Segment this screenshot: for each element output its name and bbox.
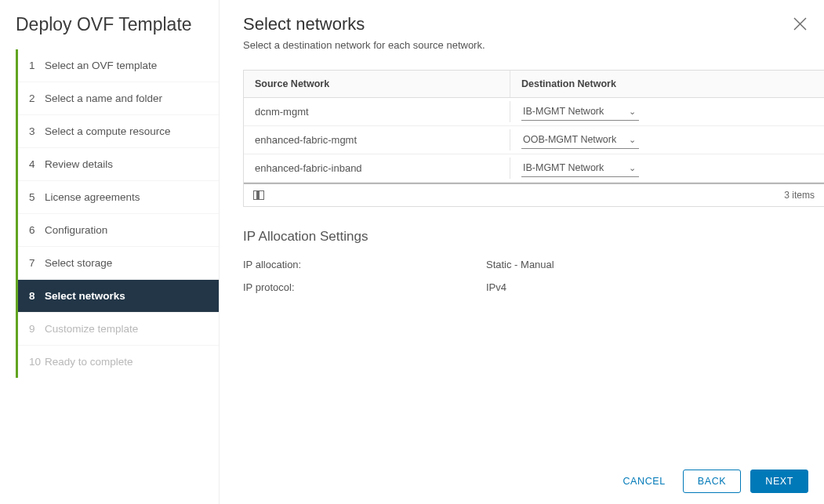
- chevron-down-icon: ⌄: [629, 107, 636, 117]
- header-destination: Destination Network: [510, 71, 824, 97]
- ip-allocation-row: IP allocation: Static - Manual: [243, 259, 824, 270]
- step-num: 2: [29, 92, 45, 104]
- next-button[interactable]: NEXT: [750, 470, 808, 493]
- item-count: 3 items: [784, 190, 815, 201]
- step-2[interactable]: 2 Select a name and folder: [18, 82, 219, 115]
- step-6[interactable]: 6 Configuration: [18, 214, 219, 247]
- step-5[interactable]: 5 License agreements: [18, 181, 219, 214]
- step-3[interactable]: 3 Select a compute resource: [18, 115, 219, 148]
- chevron-down-icon: ⌄: [629, 163, 636, 173]
- ip-section-title: IP Allocation Settings: [243, 229, 824, 245]
- step-num: 6: [29, 224, 45, 236]
- wizard-footer: CANCEL BACK NEXT: [615, 470, 808, 493]
- destination-cell: IB-MGMT Network ⌄: [510, 154, 824, 182]
- step-label: Customize template: [45, 323, 138, 335]
- header-source: Source Network: [244, 71, 510, 97]
- step-num: 1: [29, 60, 45, 71]
- network-table: Source Network Destination Network dcnm-…: [243, 70, 824, 207]
- step-num: 3: [29, 125, 45, 137]
- step-num: 9: [29, 323, 45, 335]
- step-num: 7: [29, 257, 45, 269]
- page-subtitle: Select a destination network for each so…: [243, 39, 824, 51]
- step-8[interactable]: 8 Select networks: [18, 280, 219, 313]
- step-label: Select networks: [45, 290, 125, 302]
- destination-select[interactable]: IB-MGMT Network ⌄: [521, 159, 639, 177]
- chevron-down-icon: ⌄: [629, 135, 636, 145]
- table-header: Source Network Destination Network: [244, 71, 824, 98]
- page-title: Select networks: [243, 14, 824, 34]
- wizard-main: Select networks Select a destination net…: [220, 0, 824, 504]
- step-label: Review details: [45, 158, 113, 170]
- step-4[interactable]: 4 Review details: [18, 148, 219, 181]
- step-label: Select storage: [45, 257, 112, 269]
- step-7[interactable]: 7 Select storage: [18, 247, 219, 280]
- step-1[interactable]: 1 Select an OVF template: [18, 49, 219, 82]
- step-num: 8: [29, 290, 45, 302]
- step-num: 10: [29, 356, 45, 368]
- destination-cell: OOB-MGMT Network ⌄: [510, 126, 824, 154]
- destination-value: OOB-MGMT Network: [523, 134, 616, 145]
- source-network: dcnm-mgmt: [244, 101, 510, 122]
- step-label: Configuration: [45, 224, 107, 236]
- ip-protocol-label: IP protocol:: [243, 281, 486, 293]
- ip-protocol-row: IP protocol: IPv4: [243, 281, 824, 293]
- destination-cell: IB-MGMT Network ⌄: [510, 98, 824, 125]
- wizard-sidebar: Deploy OVF Template 1 Select an OVF temp…: [0, 0, 220, 504]
- step-label: Select a name and folder: [45, 92, 162, 104]
- destination-select[interactable]: OOB-MGMT Network ⌄: [521, 131, 639, 149]
- ip-allocation-label: IP allocation:: [243, 259, 486, 270]
- source-network: enhanced-fabric-inband: [244, 158, 510, 179]
- step-label: Select a compute resource: [45, 125, 171, 137]
- source-network: enhanced-fabric-mgmt: [244, 129, 510, 150]
- back-button[interactable]: BACK: [683, 470, 741, 493]
- table-row: dcnm-mgmt IB-MGMT Network ⌄: [244, 98, 824, 126]
- ip-allocation-value: Static - Manual: [486, 259, 554, 270]
- table-footer: 3 items: [244, 183, 824, 206]
- ip-protocol-value: IPv4: [486, 281, 506, 293]
- destination-select[interactable]: IB-MGMT Network ⌄: [521, 103, 639, 121]
- column-toggle-icon[interactable]: [253, 190, 264, 200]
- step-9: 9 Customize template: [18, 313, 219, 346]
- step-10: 10 Ready to complete: [18, 346, 219, 378]
- step-num: 4: [29, 158, 45, 170]
- step-label: Ready to complete: [45, 356, 133, 368]
- close-button[interactable]: [793, 17, 807, 34]
- wizard-steps: 1 Select an OVF template 2 Select a name…: [16, 49, 219, 378]
- cancel-button[interactable]: CANCEL: [615, 470, 673, 493]
- step-label: License agreements: [45, 191, 140, 203]
- close-icon: [793, 17, 807, 31]
- step-num: 5: [29, 191, 45, 203]
- table-row: enhanced-fabric-inband IB-MGMT Network ⌄: [244, 154, 824, 183]
- destination-value: IB-MGMT Network: [523, 106, 604, 117]
- destination-value: IB-MGMT Network: [523, 162, 604, 173]
- step-label: Select an OVF template: [45, 60, 157, 71]
- table-row: enhanced-fabric-mgmt OOB-MGMT Network ⌄: [244, 126, 824, 154]
- wizard-title: Deploy OVF Template: [0, 14, 219, 49]
